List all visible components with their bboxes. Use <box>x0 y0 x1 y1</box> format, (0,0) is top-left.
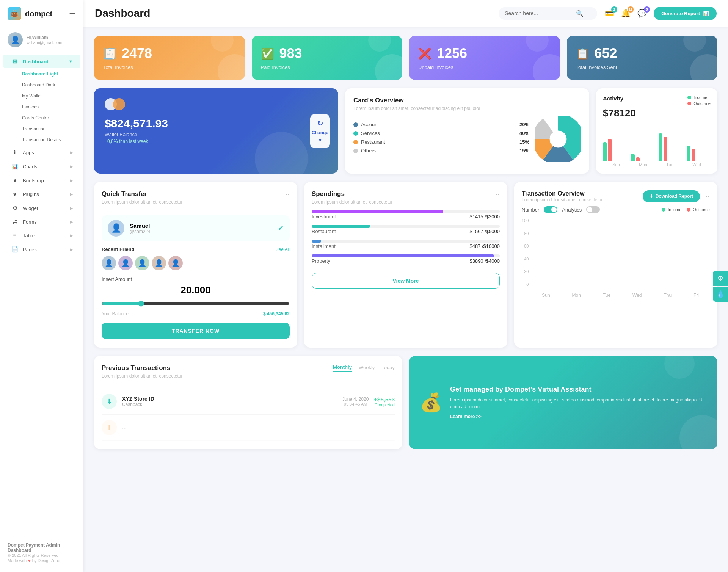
number-toggle[interactable] <box>544 206 557 213</box>
bottom-row: Quick Transfer Lorem ipsum dolor sit ame… <box>94 182 717 348</box>
tab-today[interactable]: Today <box>381 365 395 371</box>
legend-item-others: Others 15% <box>353 148 529 154</box>
stat-value: 2478 <box>122 45 152 61</box>
friend-avatar-1: 👤 <box>102 256 116 270</box>
income-dot <box>662 208 665 212</box>
sent-icon: 📋 <box>576 47 589 60</box>
sidebar-item-table[interactable]: ≡ Table ▶ <box>3 229 80 242</box>
income-bar <box>687 146 690 161</box>
sidebar-sub-item-dashboard-light[interactable]: Dashboard Light <box>3 69 80 79</box>
outcome-dot <box>687 208 690 212</box>
middle-row: $824,571.93 Wallet Balance +0,8% than la… <box>94 88 717 174</box>
quick-transfer-header: Quick Transfer Lorem ipsum dolor sit ame… <box>102 190 290 210</box>
chevron-right-icon: ▶ <box>70 206 73 211</box>
quick-transfer-title: Quick Transfer <box>102 190 182 198</box>
sidebar-sub-item-invoices[interactable]: Invoices <box>3 102 80 112</box>
toggle-knob <box>587 207 592 212</box>
friend-avatar-5: 👤 <box>168 256 183 270</box>
sidebar-sub-item-cards-center[interactable]: Cards Center <box>3 113 80 123</box>
chevron-right-icon: ▶ <box>70 164 73 169</box>
wallet-badge: 2 <box>611 6 617 13</box>
legend-item-restaurant: Restaurant 15% <box>353 139 529 145</box>
view-more-button[interactable]: View More <box>312 273 500 289</box>
chevron-right-icon: ▶ <box>70 247 73 252</box>
activity-chart: SunMonTueWed <box>603 123 711 167</box>
legend-dot <box>353 131 358 136</box>
sidebar-sub-item-transaction-details[interactable]: Transaction Details <box>3 135 80 145</box>
analytics-toggle[interactable] <box>586 206 600 213</box>
overview-row: Account 20% Services 40% Restaurant 15% <box>353 116 581 162</box>
chat-badge: 5 <box>644 6 650 13</box>
sidebar-item-dashboard[interactable]: ⊞ Dashboard ▼ <box>3 55 80 68</box>
sidebar-item-label: Bootstrap <box>23 178 44 183</box>
tab-monthly[interactable]: Monthly <box>333 364 352 372</box>
bar-chart-icon: 📊 <box>703 11 709 16</box>
stats-row: 🧾 2478 Total Invoices ✅ 983 Paid Invoice… <box>94 36 717 80</box>
sidebar-item-pages[interactable]: 📄 Pages ▶ <box>3 243 80 256</box>
legend-item-services: Services 40% <box>353 130 529 136</box>
sidebar-sub-item-my-wallet[interactable]: My Wallet <box>3 91 80 101</box>
chevron-right-icon: ▶ <box>70 150 73 155</box>
sidebar-item-label: Charts <box>23 164 37 169</box>
sidebar-sub-item-transaction[interactable]: Transaction <box>3 124 80 134</box>
download-report-button[interactable]: ⬇ Download Report <box>643 190 700 202</box>
pie-chart <box>535 116 581 162</box>
more-options-icon[interactable]: ⋯ <box>703 192 710 201</box>
sidebar-item-bootstrap[interactable]: ★ Bootstrap ▶ <box>3 174 80 187</box>
sidebar-item-charts[interactable]: 📊 Charts ▶ <box>3 160 80 173</box>
bell-icon-btn[interactable]: 🔔 12 <box>621 9 631 18</box>
va-learn-more-link[interactable]: Learn more >> <box>450 414 482 419</box>
chat-icon-btn[interactable]: 💬 5 <box>637 9 647 18</box>
header-icons: 💳 2 🔔 12 💬 5 Generate Report 📊 <box>605 7 717 20</box>
theme-side-btn[interactable]: 💧 <box>713 287 728 302</box>
spendings-header: Spendings Lorem ipsum dolor sit amet, co… <box>312 190 500 210</box>
side-panel: ⚙ 💧 <box>713 271 728 302</box>
hamburger-icon[interactable]: ☰ <box>69 9 76 18</box>
logo-icon: 👜 <box>8 7 21 20</box>
spending-row: Restaurant $1567 /$5000 <box>312 229 500 234</box>
prev-transactions-title: Previous Transactions <box>102 364 182 372</box>
search-input[interactable] <box>505 10 573 16</box>
user-info: Hi,William william@gmail.com <box>27 35 62 45</box>
sidebar-item-widget[interactable]: ⚙ Widget ▶ <box>3 201 80 215</box>
amount-slider[interactable] <box>102 301 290 307</box>
generate-report-button[interactable]: Generate Report 📊 <box>654 7 717 20</box>
sidebar-sub-item-dashboard-dark[interactable]: Dashboard Dark <box>3 80 80 90</box>
forms-icon: 🖨 <box>11 219 19 225</box>
va-desc: Lorem ipsum dolor sit amet, consectetur … <box>450 396 707 410</box>
plugins-icon: ♥ <box>11 191 19 197</box>
income-legend: Income <box>687 95 711 100</box>
tx-status: Completed <box>374 403 395 407</box>
download-icon: ⬇ <box>650 194 653 199</box>
pages-icon: 📄 <box>11 246 19 253</box>
income-bar-big <box>593 245 599 290</box>
outcome-bar-big <box>693 249 700 291</box>
settings-side-btn[interactable]: ⚙ <box>713 271 728 286</box>
sidebar-item-forms[interactable]: 🖨 Forms ▶ <box>3 215 80 229</box>
transfer-now-button[interactable]: TRANSFER NOW <box>102 323 290 339</box>
see-all-link[interactable]: See All <box>276 247 290 252</box>
change-button[interactable]: ↻ Change ▾ <box>310 114 330 148</box>
sidebar-item-apps[interactable]: ℹ Apps ▶ <box>3 146 80 159</box>
tab-weekly[interactable]: Weekly <box>359 365 375 371</box>
bar-group <box>659 133 683 161</box>
activity-bar-labels: SunMonTueWed <box>603 162 711 167</box>
outcome-bar-big <box>601 255 608 291</box>
overview-legend: Account 20% Services 40% Restaurant 15% <box>353 122 529 157</box>
recent-header: Recent Friend See All <box>102 246 290 252</box>
stat-value: 983 <box>279 45 302 61</box>
more-options-icon[interactable]: ⋯ <box>493 190 500 199</box>
wallet-icon-btn[interactable]: 💳 2 <box>605 9 614 18</box>
activity-card: Activity Income Outcome $78120 <box>596 88 717 174</box>
stat-label: Paid Invoices <box>261 64 394 70</box>
user-section: 👤 Hi,William william@gmail.com <box>0 26 83 52</box>
income-bar <box>603 142 607 161</box>
spending-items: Investment $1415 /$2000 Restaurant $1567… <box>312 210 500 264</box>
dashboard-icon: ⊞ <box>11 58 19 65</box>
your-balance-label: Your Balance <box>102 311 129 317</box>
content-area: 🧾 2478 Total Invoices ✅ 983 Paid Invoice… <box>83 27 728 572</box>
sidebar-item-plugins[interactable]: ♥ Plugins ▶ <box>3 188 80 201</box>
tx-icon: ⬇ <box>102 394 117 409</box>
more-options-icon[interactable]: ⋯ <box>283 190 290 199</box>
transaction-overview-card: Transaction Overview Lorem ipsum dolor s… <box>514 182 717 348</box>
